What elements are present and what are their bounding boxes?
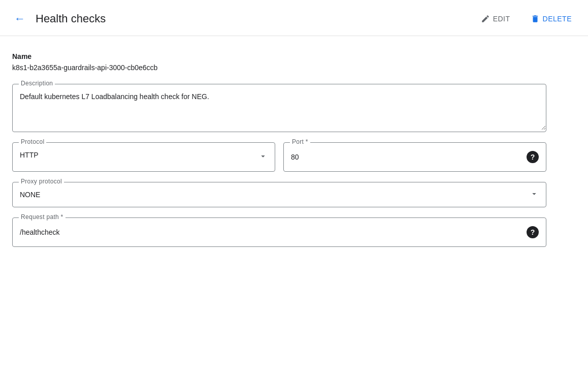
protocol-value-display: HTTP: [13, 143, 275, 167]
request-path-field: Request path * /healthcheck ?: [12, 217, 546, 247]
request-path-label: Request path *: [19, 213, 66, 221]
delete-button[interactable]: DELETE: [527, 11, 576, 26]
page-content: Name k8s1-b2a3655a-guardrails-api-3000-c…: [0, 36, 559, 269]
name-section: Name k8s1-b2a3655a-guardrails-api-3000-c…: [12, 52, 546, 72]
protocol-value: HTTP: [20, 151, 39, 159]
proxy-protocol-field: Proxy protocol NONE: [12, 182, 546, 207]
description-textarea[interactable]: Default kubernetes L7 Loadbalancing heal…: [13, 84, 546, 130]
back-button[interactable]: ←: [12, 10, 27, 27]
name-label: Name: [12, 52, 546, 60]
request-path-value-display: /healthcheck ?: [13, 218, 546, 246]
port-label: Port *: [290, 138, 310, 145]
page-header: ← Health checks EDIT DELETE: [0, 0, 588, 36]
proxy-protocol-value-display: NONE: [13, 182, 546, 207]
description-label: Description: [19, 80, 55, 87]
request-path-value: /healthcheck: [20, 228, 60, 236]
delete-label: DELETE: [543, 15, 572, 23]
port-value: 80: [291, 153, 299, 161]
edit-icon: [481, 14, 490, 23]
protocol-port-row: Protocol HTTP Port * 80 ?: [12, 142, 546, 172]
description-field: Description Default kubernetes L7 Loadba…: [12, 84, 546, 132]
header-actions: EDIT DELETE: [477, 11, 576, 26]
request-path-help-icon[interactable]: ?: [527, 226, 539, 238]
name-value: k8s1-b2a3655a-guardrails-api-3000-cb0e6c…: [12, 64, 546, 72]
delete-icon: [531, 14, 540, 23]
edit-label: EDIT: [493, 15, 510, 23]
protocol-field: Protocol HTTP: [12, 142, 275, 172]
port-field: Port * 80 ?: [283, 142, 546, 172]
port-value-display: 80 ?: [284, 143, 546, 171]
port-help-icon[interactable]: ?: [527, 151, 539, 163]
protocol-label: Protocol: [19, 138, 46, 145]
page-title: Health checks: [36, 12, 469, 25]
edit-button[interactable]: EDIT: [477, 11, 514, 26]
proxy-protocol-value: NONE: [20, 191, 40, 199]
proxy-protocol-label: Proxy protocol: [19, 178, 64, 185]
